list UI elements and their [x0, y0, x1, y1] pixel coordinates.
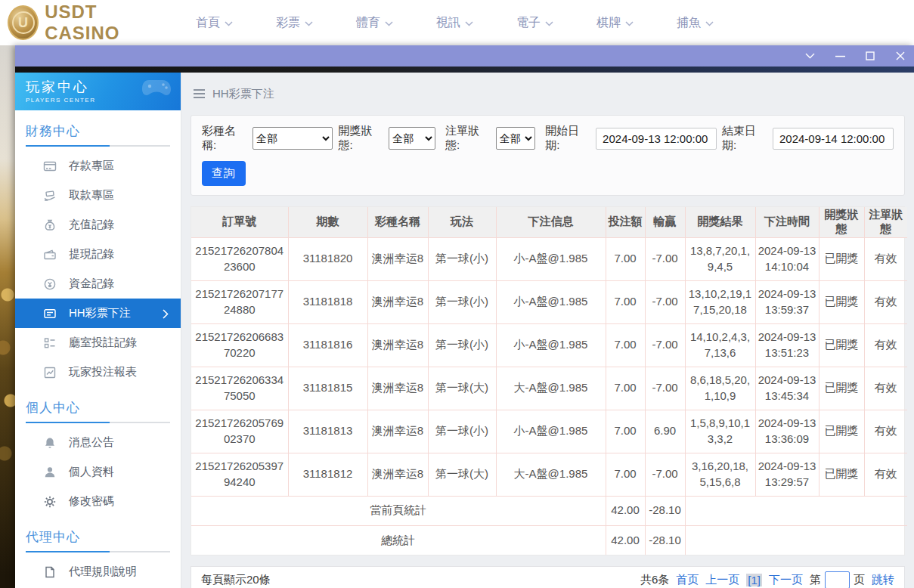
draw-status-select[interactable]: 全部	[389, 127, 435, 150]
chevron-down-icon	[385, 16, 393, 29]
chevron-down-icon	[705, 16, 714, 29]
sidebar-item[interactable]: 個人資料	[15, 457, 181, 487]
column-header-lottery-name: 彩種名稱	[367, 207, 428, 237]
summary-empty	[685, 496, 907, 525]
chevron-down-icon	[225, 16, 233, 29]
cell-play-type: 第一球(小)	[428, 323, 496, 367]
top-nav-item[interactable]: 首頁	[196, 15, 233, 31]
sidebar-item[interactable]: 玩家投注報表	[15, 357, 181, 387]
cell-lottery-name: 澳洲幸运8	[367, 237, 428, 280]
first-page-link[interactable]: 首页	[676, 573, 699, 587]
sidebar-item-label: 資金記錄	[69, 277, 114, 291]
prev-page-link[interactable]: 上一页	[705, 573, 739, 587]
jump-action-link[interactable]: 跳转	[872, 573, 894, 587]
cell-draw-result: 1,5,8,9,10,13,3,2	[685, 410, 755, 453]
top-nav-item[interactable]: 捕魚	[677, 15, 714, 31]
top-nav-item[interactable]: 體育	[356, 15, 393, 31]
cell-lottery-name: 澳洲幸运8	[367, 280, 428, 323]
sidebar-item[interactable]: 取款專區	[15, 181, 181, 210]
brand-logo[interactable]: U USDT CASINO	[0, 2, 163, 44]
cell-draw-result: 8,6,18,5,20,1,10,9	[685, 367, 755, 410]
filter-panel: 彩種名稱: 全部 開獎狀態: 全部 注單狀態: 全部 開始日期: 結束日期:	[191, 115, 905, 196]
jump-prefix-label: 第	[810, 573, 821, 587]
chevron-down-icon	[545, 16, 553, 29]
sidebar-item[interactable]: 廳室投註記錄	[15, 328, 181, 357]
cell-bet-info: 大-A盤@1.985	[496, 367, 606, 410]
end-date-input[interactable]	[773, 128, 894, 150]
top-nav-item-label: 彩票	[276, 15, 300, 31]
window-maximize-icon[interactable]	[864, 50, 876, 62]
sidebar-item[interactable]: 充值記錄	[15, 210, 181, 240]
order-status-select[interactable]: 全部	[496, 127, 535, 150]
total-count-text: 共6条	[640, 573, 669, 587]
sidebar-item-label: 消息公告	[69, 435, 114, 450]
main-content: HH彩票下注 彩種名稱: 全部 開獎狀態: 全部 注單狀態: 全部	[181, 73, 914, 588]
top-nav-item[interactable]: 視訊	[436, 15, 473, 31]
cell-bet-time: 2024-09-13 13:29:57	[755, 453, 819, 496]
sidebar-section-title: 財務中心	[26, 122, 170, 140]
sidebar-item-label: 充值記錄	[69, 218, 114, 232]
cell-period: 31181813	[288, 410, 367, 453]
cell-draw-status: 已開獎	[819, 367, 864, 410]
sidebar-item[interactable]: 存款專區	[15, 151, 181, 181]
cell-bet-amount: 7.00	[606, 237, 645, 280]
top-nav-item-label: 首頁	[196, 15, 220, 31]
sidebar-item-label: 玩家投注報表	[69, 365, 137, 379]
cell-draw-status: 已開獎	[819, 453, 864, 496]
column-header-bet-amount: 投注額	[606, 207, 645, 237]
cell-bet-info: 小-A盤@1.985	[496, 280, 606, 323]
cell-bet-amount: 7.00	[606, 367, 645, 410]
cell-bet-amount: 7.00	[606, 280, 645, 323]
top-navigation: U USDT CASINO 首頁彩票體育視訊電子棋牌捕魚	[0, 0, 914, 45]
table-row: 215217262071772488031181818澳洲幸运8第一球(小)小-…	[191, 280, 907, 323]
cell-play-type: 第一球(大)	[428, 453, 496, 496]
menu-toggle-icon[interactable]	[194, 89, 205, 98]
search-button[interactable]: 查詢	[202, 161, 246, 186]
table-row: 215217262066837022031181816澳洲幸运8第一球(小)小-…	[191, 323, 907, 367]
table-header-row: 訂單號期數彩種名稱玩法下注信息投注額輸贏開獎結果下注時間開獎狀態注單狀態	[191, 207, 907, 237]
summary-bet-total: 42.00	[606, 525, 645, 555]
window-titlebar[interactable]	[15, 45, 914, 67]
top-nav-item[interactable]: 彩票	[276, 15, 313, 31]
cell-order-status: 有效	[864, 237, 907, 280]
coin-letter: U	[12, 11, 35, 34]
cell-draw-result: 13,8,7,20,1,9,4,5	[685, 237, 755, 280]
cell-order-id: 2152172620780423600	[191, 237, 288, 280]
sidebar-item[interactable]: 代理規則說明	[15, 557, 181, 586]
start-date-input[interactable]	[596, 128, 717, 150]
summary-win-loss: -28.10	[645, 525, 685, 555]
sidebar-item-label: 廳室投註記錄	[69, 336, 137, 350]
sidebar-item[interactable]: 提現記錄	[15, 240, 181, 269]
chevron-down-icon	[465, 16, 473, 29]
cell-order-status: 有效	[864, 453, 907, 496]
cell-win-loss: -7.00	[645, 323, 685, 367]
withdraw-record-icon	[43, 248, 57, 262]
top-nav-item[interactable]: 電子	[516, 15, 553, 31]
window-collapse-icon[interactable]	[804, 50, 816, 62]
document-icon	[43, 565, 57, 579]
sidebar-item[interactable]: 消息公告	[15, 428, 181, 457]
cell-draw-result: 3,16,20,18,5,15,6,8	[685, 453, 755, 496]
lottery-name-select[interactable]: 全部	[253, 127, 333, 150]
player-center-window: 玩家中心 PLAYERS CENTER 財務中心存款專區取款專區充值記錄提現記錄…	[15, 45, 914, 588]
top-nav-item-label: 視訊	[436, 15, 460, 31]
sidebar-item[interactable]: 修改密碼	[15, 487, 181, 516]
sidebar-item[interactable]: 資金記錄	[15, 269, 181, 299]
window-minimize-icon[interactable]	[834, 50, 846, 62]
next-page-link[interactable]: 下一页	[769, 573, 803, 587]
cell-bet-time: 2024-09-13 13:36:09	[755, 410, 819, 453]
titlebar-shadow-strip	[15, 67, 914, 73]
sidebar-item-active[interactable]: HH彩票下注	[15, 299, 181, 328]
cell-order-id: 2152172620668370220	[191, 323, 288, 367]
deposit-icon	[43, 159, 57, 173]
cell-lottery-name: 澳洲幸运8	[367, 323, 428, 367]
window-close-icon[interactable]	[894, 50, 906, 62]
cell-draw-result: 14,10,2,4,3,7,13,6	[685, 323, 755, 367]
cell-win-loss: -7.00	[645, 280, 685, 323]
summary-row: 總統計42.00-28.10	[191, 525, 907, 555]
page-jump-input[interactable]	[825, 571, 850, 588]
brand-name: USDT CASINO	[45, 2, 163, 44]
profile-icon	[43, 466, 57, 479]
top-nav-item[interactable]: 棋牌	[596, 15, 634, 31]
page-title: HH彩票下注	[212, 87, 274, 101]
